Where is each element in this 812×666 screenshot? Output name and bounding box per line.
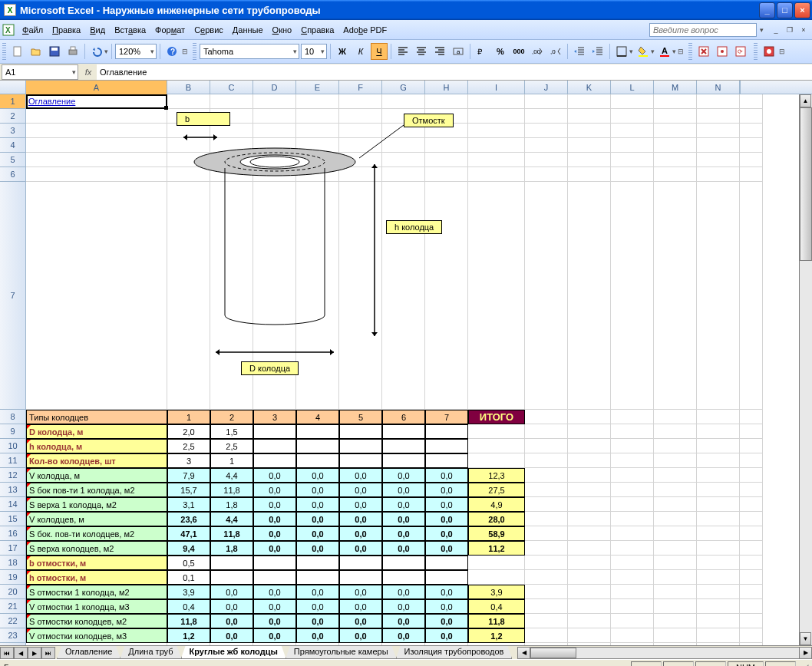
toolbar-handle[interactable] [2, 43, 6, 60]
cell[interactable] [697, 643, 740, 645]
cell[interactable] [210, 643, 253, 645]
cell[interactable] [654, 570, 697, 585]
cell[interactable]: V колодцев, м [26, 512, 167, 526]
cell[interactable] [654, 512, 697, 526]
cell[interactable]: 1,2 [468, 628, 525, 643]
cell[interactable] [740, 541, 763, 556]
cell[interactable]: 0,0 [339, 497, 382, 512]
cell[interactable] [568, 643, 611, 645]
row-header-5[interactable]: 5 [0, 153, 26, 167]
cell[interactable] [740, 453, 763, 468]
cell[interactable]: 0,0 [296, 468, 339, 483]
cell[interactable] [253, 556, 296, 570]
cell[interactable]: 0,0 [210, 599, 253, 614]
cell[interactable]: 0,0 [253, 512, 296, 526]
cell[interactable] [611, 167, 654, 182]
close-button[interactable]: × [794, 2, 810, 18]
name-box[interactable]: A1 [2, 64, 78, 80]
cell[interactable]: 0,0 [339, 526, 382, 541]
prev-tab-button[interactable]: ◀ [14, 647, 28, 659]
cell[interactable]: 0,0 [382, 512, 425, 526]
cell[interactable]: b отмостки, м [26, 556, 167, 570]
cell[interactable] [525, 182, 568, 410]
row-header-10[interactable]: 10 [0, 439, 26, 453]
row-header-6[interactable]: 6 [0, 167, 26, 182]
percent-button[interactable]: % [492, 43, 509, 60]
cell[interactable] [568, 167, 611, 182]
cell[interactable] [611, 483, 654, 497]
cell[interactable]: 23,6 [167, 512, 210, 526]
cell[interactable] [568, 109, 611, 124]
menu-adobe[interactable]: Adobe PDF [338, 24, 391, 36]
cell[interactable] [654, 138, 697, 153]
cell[interactable]: 2,5 [210, 439, 253, 453]
cell[interactable] [740, 138, 763, 153]
cell[interactable] [568, 497, 611, 512]
doc-minimize-button[interactable]: _ [770, 25, 782, 35]
cell[interactable] [654, 556, 697, 570]
cell[interactable]: 0,0 [339, 541, 382, 556]
col-header-B[interactable]: B [167, 81, 210, 94]
cell[interactable] [26, 167, 167, 182]
cell[interactable]: 11,8 [167, 614, 210, 628]
align-left-button[interactable] [394, 43, 411, 60]
cell[interactable] [167, 94, 210, 109]
cell[interactable] [611, 541, 654, 556]
cell[interactable]: 0,0 [253, 585, 296, 599]
cell[interactable] [425, 570, 468, 585]
cell[interactable] [740, 410, 763, 424]
cell[interactable] [654, 541, 697, 556]
cell[interactable] [611, 614, 654, 628]
cell[interactable] [525, 643, 568, 645]
cell[interactable]: 0,5 [167, 556, 210, 570]
first-tab-button[interactable]: ⏮ [0, 647, 14, 659]
cell[interactable] [697, 153, 740, 167]
cell[interactable] [26, 153, 167, 167]
col-header-C[interactable]: C [210, 81, 253, 94]
cell[interactable] [697, 541, 740, 556]
row-header-3[interactable]: 3 [0, 124, 26, 138]
cell[interactable] [468, 643, 525, 645]
font-color-button[interactable]: A [656, 43, 673, 60]
row-header-22[interactable]: 22 [0, 614, 26, 628]
cell[interactable]: 0,0 [339, 468, 382, 483]
cell[interactable] [253, 94, 296, 109]
cell[interactable] [611, 512, 654, 526]
cell[interactable] [611, 643, 654, 645]
cell[interactable]: h отмостки, м [26, 570, 167, 585]
cell[interactable] [568, 585, 611, 599]
cell[interactable] [740, 94, 763, 109]
cell[interactable] [568, 483, 611, 497]
cell[interactable] [697, 512, 740, 526]
cell[interactable] [697, 109, 740, 124]
cell[interactable] [425, 439, 468, 453]
cell[interactable] [253, 570, 296, 585]
cell[interactable] [210, 556, 253, 570]
cell[interactable]: 15,7 [167, 483, 210, 497]
cell[interactable]: 11,8 [468, 614, 525, 628]
cell[interactable] [611, 628, 654, 643]
cell[interactable] [568, 153, 611, 167]
sheet-tab[interactable]: Длина труб [120, 646, 181, 659]
dec-decimal-button[interactable]: ,0 [547, 43, 564, 60]
cell[interactable] [468, 94, 525, 109]
cell[interactable] [26, 182, 167, 410]
cell[interactable] [611, 124, 654, 138]
cell[interactable]: 0,0 [339, 614, 382, 628]
horizontal-scrollbar[interactable]: ◀ ▶ [517, 646, 812, 659]
cell[interactable] [740, 614, 763, 628]
currency-button[interactable]: ₽ [474, 43, 490, 60]
cell[interactable] [26, 138, 167, 153]
pdf-convert-button[interactable] [695, 43, 712, 60]
bold-button[interactable]: Ж [334, 43, 351, 60]
menu-view[interactable]: Вид [85, 24, 110, 36]
italic-button[interactable]: К [352, 43, 369, 60]
cell[interactable] [525, 410, 568, 424]
cell[interactable] [740, 570, 763, 585]
cell[interactable]: 0,1 [167, 570, 210, 585]
pdf-review-button[interactable]: ⟳ [732, 43, 749, 60]
vscroll-thumb[interactable] [800, 107, 812, 261]
cell[interactable] [525, 512, 568, 526]
cell[interactable] [697, 614, 740, 628]
cell[interactable] [611, 439, 654, 453]
